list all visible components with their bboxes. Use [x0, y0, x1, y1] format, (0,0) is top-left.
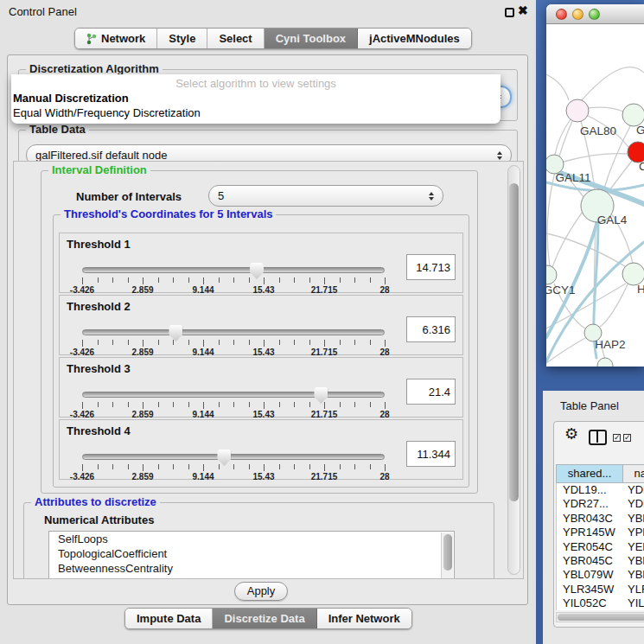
close-traffic-light-icon[interactable] — [556, 9, 567, 20]
node-bottom[interactable] — [597, 358, 613, 367]
cell-shared-name: YLR345W — [557, 583, 624, 596]
tick-mark — [264, 277, 265, 284]
close-icon[interactable]: ✖ — [518, 3, 528, 17]
tick-label: 15.43 — [252, 410, 274, 419]
network-canvas[interactable]: GAL80GCGAL11GAL4GCY1HHAP2 — [546, 24, 644, 367]
list-item[interactable]: BetweennessCentrality — [49, 561, 454, 576]
tick-mark — [143, 464, 143, 471]
tab-jactivemnodules[interactable]: jActiveMNodules — [358, 29, 471, 48]
tick-mark — [370, 464, 371, 469]
gear-icon[interactable]: ⚙ — [564, 426, 578, 442]
node-gal80[interactable] — [566, 99, 589, 122]
slider-track[interactable] — [82, 329, 385, 335]
slider-track[interactable] — [82, 267, 385, 273]
cell-name: YLR3 — [624, 583, 644, 596]
zoom-traffic-light-icon[interactable] — [589, 9, 600, 20]
tick-mark — [354, 277, 355, 283]
table-row[interactable]: YLR345WYLR3 — [557, 583, 644, 596]
tab-network[interactable]: Network — [75, 29, 157, 48]
group-label: Attributes to discretize — [31, 495, 160, 508]
tab-discretize-data[interactable]: Discretize Data — [213, 609, 316, 628]
tick-label: 15.43 — [252, 472, 274, 481]
tick-label: 15.43 — [252, 285, 274, 295]
group-label: Interval Definition — [48, 163, 150, 176]
tick-label: 2.859 — [131, 410, 153, 419]
tab-select[interactable]: Select — [207, 29, 264, 48]
threshold-slider[interactable]: -3.4262.8599.14415.4321.71528 — [82, 325, 385, 354]
tick-mark — [203, 277, 204, 284]
column-header-shared[interactable]: shared... — [556, 464, 623, 483]
cell-name: YIL0 — [624, 596, 644, 610]
tick-mark — [173, 464, 174, 469]
threshold-label: Threshold 2 — [67, 300, 131, 313]
algorithm-dropdown-popup: Select algorithm to view settings Manual… — [11, 74, 501, 124]
tab-cyni-toolbox[interactable]: Cyni Toolbox — [265, 29, 358, 48]
threshold-slider[interactable]: -3.4262.8599.14415.4321.71528 — [82, 450, 385, 479]
desktop-background: GAL80GCGAL11GAL4GCY1HHAP2 Table Panel ⚙ … — [536, 0, 644, 644]
network-window-titlebar[interactable] — [546, 4, 644, 24]
table-row[interactable]: YDL19...YDL1 — [557, 483, 644, 497]
slider-thumb[interactable] — [169, 325, 182, 341]
combo-arrows-icon — [497, 151, 502, 160]
threshold-slider[interactable]: -3.4262.8599.14415.4321.71528 — [82, 263, 385, 292]
slider-thumb[interactable] — [250, 263, 264, 279]
slider-track[interactable] — [82, 454, 385, 460]
tick-mark — [158, 340, 159, 345]
cell-name: YDL1 — [624, 483, 644, 497]
group-label: Threshold's Coordinates for 5 Intervals — [61, 207, 276, 220]
dropdown-option-manual-discretization[interactable]: Manual Discretization — [11, 91, 501, 105]
network-edge — [588, 107, 623, 112]
table-row[interactable]: YIL052CYIL0 — [557, 596, 644, 610]
list-item[interactable]: SelfLoops — [49, 532, 454, 546]
network-icon — [86, 33, 97, 45]
dropdown-prompt: Select algorithm to view settings — [11, 74, 501, 91]
tab-style[interactable]: Style — [157, 29, 207, 48]
checkbox-icon[interactable]: ✓ — [623, 434, 631, 442]
dropdown-option-equal-width-frequency[interactable]: Equal Width/Frequency Discretization — [11, 105, 501, 120]
bottom-tab-bar: Impute DataDiscretize DataInfer Network — [124, 608, 412, 629]
tick-mark — [340, 402, 341, 407]
list-item[interactable]: TopologicalCoefficient — [49, 546, 454, 561]
tick-mark — [158, 402, 159, 407]
split-columns-icon[interactable] — [589, 430, 607, 445]
checkbox-icon[interactable]: ✓ — [613, 434, 621, 442]
group-label: Discretization Algorithm — [26, 62, 163, 75]
float-window-icon[interactable] — [505, 8, 514, 17]
threshold-value-field[interactable] — [406, 379, 456, 405]
apply-button[interactable]: Apply — [234, 582, 288, 601]
slider-thumb[interactable] — [217, 450, 231, 466]
threshold-slider[interactable]: -3.4262.8599.14415.4321.71528 — [82, 387, 385, 417]
table-row[interactable]: YBR045CYBR0 — [557, 554, 644, 568]
tab-infer-network[interactable]: Infer Network — [317, 609, 411, 628]
tick-mark — [112, 340, 113, 345]
vertical-scrollbar[interactable] — [507, 165, 520, 575]
minimize-traffic-light-icon[interactable] — [572, 9, 583, 20]
table-row[interactable]: YBR043CYBR0 — [557, 512, 644, 526]
table-row[interactable]: YPR145WYPR1 — [557, 526, 644, 539]
column-header-name[interactable]: na — [623, 464, 644, 483]
table-row[interactable]: YBL079WYBL0 — [557, 568, 644, 582]
horizontal-scrollbar[interactable] — [556, 612, 644, 622]
window-title: Control Panel — [9, 5, 77, 18]
tab-impute-data[interactable]: Impute Data — [125, 609, 213, 628]
numerical-attributes-list: SelfLoopsTopologicalCoefficientBetweenne… — [48, 531, 455, 579]
number-of-intervals-combobox[interactable]: 5 — [208, 185, 443, 207]
slider-track[interactable] — [82, 392, 385, 398]
table-panel-body: ⚙ ✓ ✓ shared... na YDL19...YDL1YDR27...Y… — [553, 421, 644, 628]
tick-label: 9.144 — [192, 285, 214, 295]
slider-thumb[interactable] — [314, 387, 328, 404]
table-row[interactable]: YER054CYER0 — [557, 540, 644, 554]
attributes-group: Attributes to discretize Numerical Attri… — [23, 502, 494, 579]
list-scrollbar[interactable] — [441, 532, 453, 579]
threshold-value-field[interactable] — [406, 441, 456, 467]
tick-label: 28 — [379, 348, 389, 357]
threshold-value-field[interactable] — [406, 254, 456, 280]
tick-mark — [188, 340, 189, 345]
table-row[interactable]: YDR27...YDR2 — [557, 497, 644, 511]
node-gcy1[interactable] — [546, 265, 557, 284]
threshold-value-field[interactable] — [406, 316, 456, 342]
tick-mark — [143, 277, 143, 284]
scrollbar-thumb[interactable] — [558, 614, 644, 621]
scrollbar-thumb[interactable] — [509, 183, 519, 501]
tick-mark — [309, 402, 310, 407]
